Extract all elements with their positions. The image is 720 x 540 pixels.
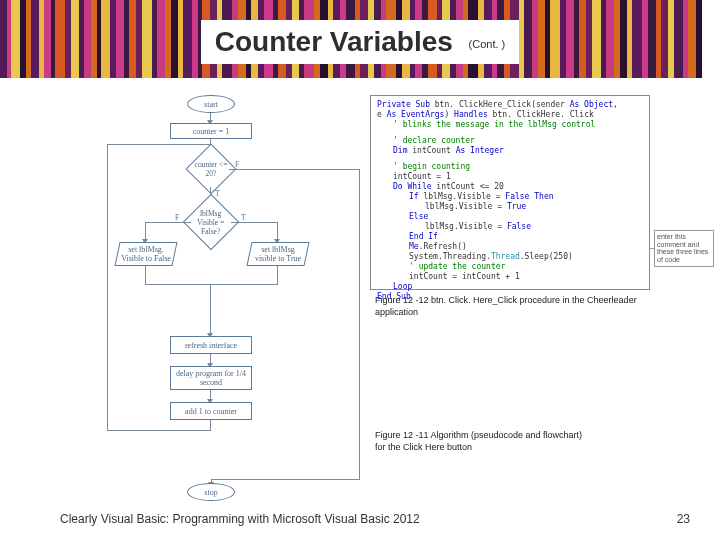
figure-caption-12-11: Figure 12 -11 Algorithm (pseudocode and … <box>375 430 595 453</box>
flowchart-arrow <box>277 222 278 240</box>
flowchart-delay: delay program for 1/4 second <box>170 366 252 390</box>
flowchart-start: start <box>187 95 235 113</box>
code-listing: Private Sub btn. ClickHere_Click(sender … <box>370 95 650 290</box>
flowchart-label-false: F <box>235 160 239 169</box>
flowchart-line <box>145 266 146 284</box>
page-number: 23 <box>677 512 690 526</box>
flowchart-set-true: set lblMsg visible to True <box>246 242 309 266</box>
code-annotation: enter this comment and these three lines… <box>654 230 714 267</box>
flowchart-line <box>107 430 211 431</box>
flowchart-label-true: T <box>215 189 220 198</box>
footer-text: Clearly Visual Basic: Programming with M… <box>60 512 420 526</box>
flowchart-line <box>107 144 108 431</box>
flowchart-arrow <box>210 113 211 121</box>
flowchart-line <box>231 222 277 223</box>
flowchart-line <box>229 169 359 170</box>
flowchart-line <box>107 144 210 145</box>
flowchart-label-true: T <box>241 213 246 222</box>
flowchart-label-false: F <box>175 213 179 222</box>
flowchart-line <box>145 284 278 285</box>
flowchart-arrow <box>210 390 211 400</box>
flowchart-arrow <box>145 222 146 240</box>
title-container: Counter Variables (Cont. ) <box>0 20 720 64</box>
flowchart-arrow <box>210 354 211 364</box>
flowchart-init: counter = 1 <box>170 123 252 139</box>
flowchart-stop: stop <box>187 483 235 501</box>
flowchart-set-false: set lblMsg. Visible to False <box>114 242 177 266</box>
flowchart-arrow <box>210 284 211 334</box>
flowchart-add: add 1 to counter <box>170 402 252 420</box>
flowchart-line <box>211 479 360 480</box>
flowchart-line <box>210 420 211 430</box>
flowchart-line <box>145 222 191 223</box>
flowchart-line <box>359 169 360 479</box>
flowchart-refresh: refresh interface <box>170 336 252 354</box>
flowchart-diagram: start counter = 1 counter <= 20? F T lbl… <box>135 95 370 495</box>
flowchart-line <box>277 266 278 284</box>
title-text: Counter Variables <box>215 26 453 57</box>
title-suffix: (Cont. ) <box>469 38 506 50</box>
figure-caption-12-12: Figure 12 -12 btn. Click. Here_Click pro… <box>375 295 665 318</box>
slide-title: Counter Variables (Cont. ) <box>201 20 520 64</box>
